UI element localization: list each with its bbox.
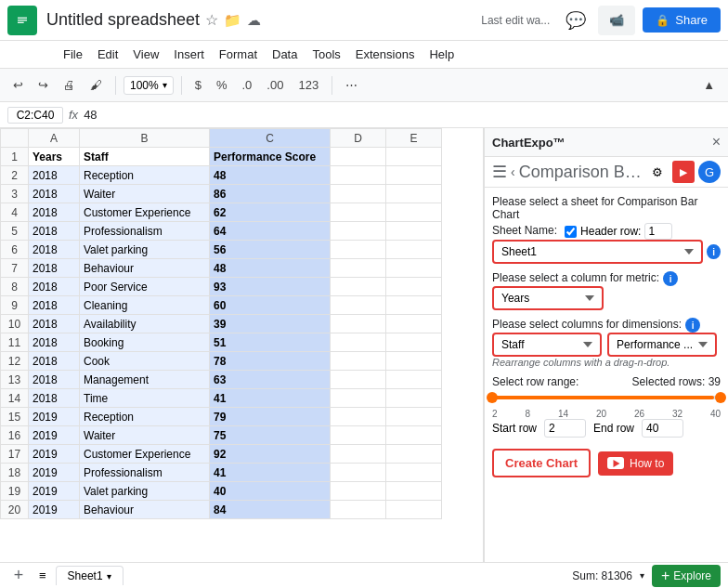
spreadsheet[interactable]: A B C D E 1YearsStaffPerformance Score22… [0, 128, 484, 562]
cell-r13-c4[interactable] [386, 371, 442, 389]
cell-r3-c2[interactable]: 86 [210, 185, 331, 203]
cell-r16-c4[interactable] [386, 426, 442, 445]
more-toolbar-button[interactable]: ⋯ [340, 75, 363, 95]
paint-format-button[interactable]: 🖌 [84, 75, 108, 95]
cell-r6-c2[interactable]: 56 [210, 241, 331, 259]
how-to-button[interactable]: How to [598, 451, 673, 476]
cell-r17-c0[interactable]: 2019 [29, 445, 80, 464]
cell-r6-c1[interactable]: Valet parking [80, 241, 210, 259]
cell-r11-c3[interactable] [331, 333, 386, 352]
end-row-input[interactable] [642, 419, 683, 438]
slider-thumb-left[interactable] [487, 392, 498, 403]
cell-r9-c4[interactable] [386, 296, 442, 315]
cell-r20-c0[interactable]: 2019 [29, 501, 80, 519]
sum-dropdown-icon[interactable]: ▾ [640, 570, 644, 581]
cell-r2-c1[interactable]: Reception [80, 166, 210, 185]
cell-r15-c3[interactable] [331, 408, 386, 426]
back-icon[interactable]: ‹ [511, 164, 515, 179]
cell-r4-c4[interactable] [386, 203, 442, 222]
cell-r12-c4[interactable] [386, 352, 442, 371]
cell-r20-c3[interactable] [331, 501, 386, 519]
panel-close-button[interactable]: × [712, 134, 721, 150]
redo-button[interactable]: ↪ [32, 75, 54, 95]
cell-r19-c2[interactable]: 40 [210, 482, 331, 501]
cell-r19-c3[interactable] [331, 482, 386, 501]
zoom-control[interactable]: 100% ▾ [124, 76, 174, 95]
format-number-button[interactable]: 123 [292, 75, 324, 95]
sheet-tab-dropdown-icon[interactable]: ▾ [107, 571, 111, 581]
cell-r18-c4[interactable] [386, 464, 442, 482]
menu-item-extensions[interactable]: Extensions [348, 46, 422, 63]
formula-input[interactable]: 48 [84, 108, 721, 122]
cell-r9-c2[interactable]: 60 [210, 296, 331, 315]
doc-title[interactable]: Untitled spreadsheet [46, 10, 200, 31]
menu-item-help[interactable]: Help [422, 46, 462, 63]
cell-r16-c1[interactable]: Waiter [80, 426, 210, 445]
cell-r3-c4[interactable] [386, 185, 442, 203]
cell-r14-c0[interactable]: 2018 [29, 389, 80, 408]
cell-r16-c2[interactable]: 75 [210, 426, 331, 445]
menu-item-tools[interactable]: Tools [305, 46, 347, 63]
cell-r4-c0[interactable]: 2018 [29, 203, 80, 222]
cell-r13-c2[interactable]: 63 [210, 371, 331, 389]
cell-r20-c4[interactable] [386, 501, 442, 519]
cell-r14-c1[interactable]: Time [80, 389, 210, 408]
header-cell-4[interactable] [386, 148, 442, 166]
menu-item-data[interactable]: Data [265, 46, 305, 63]
cell-r7-c0[interactable]: 2018 [29, 259, 80, 278]
youtube-icon-btn[interactable]: ▶ [672, 161, 695, 183]
account-icon-btn[interactable]: G [698, 161, 721, 183]
menu-item-edit[interactable]: Edit [90, 46, 125, 63]
cell-r17-c4[interactable] [386, 445, 442, 464]
menu-item-insert[interactable]: Insert [166, 46, 212, 63]
cell-r16-c3[interactable] [331, 426, 386, 445]
cell-r11-c4[interactable] [386, 333, 442, 352]
sheet-tab[interactable]: Sheet1 ▾ [56, 566, 124, 585]
cell-r8-c3[interactable] [331, 278, 386, 296]
cell-r2-c4[interactable] [386, 166, 442, 185]
cell-r5-c4[interactable] [386, 222, 442, 241]
cell-r11-c0[interactable]: 2018 [29, 333, 80, 352]
sheet-select[interactable]: Sheet1 [492, 240, 703, 264]
row-range-slider[interactable] [492, 388, 721, 407]
cell-r8-c0[interactable]: 2018 [29, 278, 80, 296]
header-row-number[interactable] [644, 223, 672, 240]
cell-r4-c2[interactable]: 62 [210, 203, 331, 222]
cell-r8-c4[interactable] [386, 278, 442, 296]
cell-r13-c0[interactable]: 2018 [29, 371, 80, 389]
cell-r17-c1[interactable]: Customer Experience [80, 445, 210, 464]
cell-r13-c3[interactable] [331, 371, 386, 389]
cell-r5-c0[interactable]: 2018 [29, 222, 80, 241]
header-cell-2[interactable]: Performance Score [210, 148, 331, 166]
cell-r8-c1[interactable]: Poor Service [80, 278, 210, 296]
slider-thumb-right[interactable] [715, 392, 726, 403]
start-row-input[interactable] [544, 419, 586, 438]
cell-r18-c0[interactable]: 2019 [29, 464, 80, 482]
header-cell-3[interactable] [331, 148, 386, 166]
dimensions-info-icon[interactable]: i [685, 318, 700, 333]
dim2-select[interactable]: Performance ... [607, 333, 717, 357]
col-header-d[interactable]: D [331, 129, 386, 148]
cell-r11-c1[interactable]: Booking [80, 333, 210, 352]
cell-r6-c4[interactable] [386, 241, 442, 259]
percent-button[interactable]: % [211, 75, 233, 95]
col-header-b[interactable]: B [80, 129, 210, 148]
menu-icon[interactable]: ☰ [492, 162, 507, 182]
collapse-toolbar-button[interactable]: ▲ [697, 75, 721, 95]
cell-r14-c3[interactable] [331, 389, 386, 408]
cell-r18-c3[interactable] [331, 464, 386, 482]
create-chart-button[interactable]: Create Chart [492, 449, 591, 477]
cell-r5-c3[interactable] [331, 222, 386, 241]
metric-select[interactable]: Years [492, 286, 604, 310]
menu-item-view[interactable]: View [125, 46, 166, 63]
col-header-e[interactable]: E [386, 129, 442, 148]
col-header-a[interactable]: A [29, 129, 80, 148]
cell-r10-c1[interactable]: Availability [80, 315, 210, 333]
sheet-list-button[interactable]: ≡ [37, 567, 48, 584]
meet-button[interactable]: 📹 [598, 6, 635, 35]
cell-r12-c1[interactable]: Cook [80, 352, 210, 371]
cell-reference-input[interactable]: C2:C40 [7, 107, 63, 124]
cell-r8-c2[interactable]: 93 [210, 278, 331, 296]
cell-r4-c1[interactable]: Customer Experience [80, 203, 210, 222]
decimal-add-button[interactable]: .00 [261, 75, 289, 95]
